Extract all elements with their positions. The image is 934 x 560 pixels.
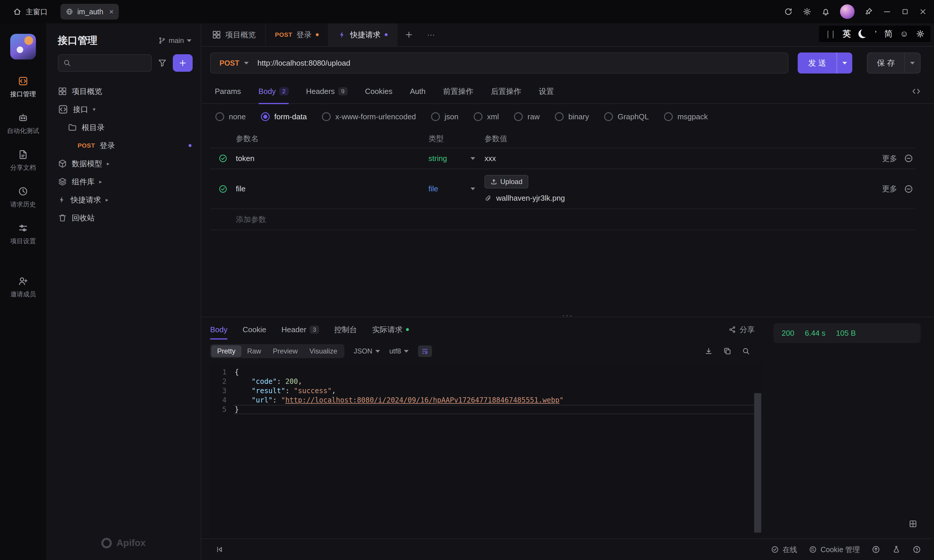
ime-emoji-icon[interactable]: ☺	[900, 29, 908, 38]
share-button[interactable]: 分享	[729, 325, 755, 335]
body-type-msgpack[interactable]: msgpack	[664, 112, 708, 122]
doc-tab-2[interactable]: 快捷请求	[329, 23, 398, 46]
response-body-editor[interactable]: 12345 { "code": 200, "result": "success"…	[210, 363, 762, 538]
resp-tab-Cookie[interactable]: Cookie	[242, 317, 266, 342]
tree-item-3[interactable]: POST登录	[46, 137, 201, 155]
url-input[interactable]: http://localhost:8080/upload	[257, 58, 350, 68]
tree-item-0[interactable]: 项目概览	[46, 82, 201, 100]
format-selector[interactable]: JSON	[354, 347, 380, 355]
add-param-row[interactable]: 添加参数	[210, 209, 916, 230]
save-button[interactable]: 保 存	[867, 52, 920, 74]
window-tab-im-auth[interactable]: im_auth ×	[60, 4, 119, 20]
tree-item-4[interactable]: 数据模型▸	[46, 155, 201, 173]
search-icon[interactable]	[742, 347, 750, 355]
rail-item-2[interactable]: 分享文档	[7, 142, 39, 179]
copy-icon[interactable]	[723, 347, 731, 355]
close-button[interactable]	[919, 8, 927, 16]
body-type-xml[interactable]: xml	[474, 112, 499, 122]
gear-icon[interactable]	[803, 7, 811, 16]
tab-close-icon[interactable]: ×	[109, 7, 114, 16]
param-name[interactable]: token	[236, 154, 428, 163]
resp-tab-Header[interactable]: Header 3	[281, 317, 319, 342]
doc-tab-1[interactable]: POST登录	[266, 23, 329, 46]
filter-icon[interactable]	[156, 58, 168, 68]
tree-item-5[interactable]: 组件库▸	[46, 173, 201, 191]
req-tab-Body[interactable]: Body 2	[259, 79, 289, 103]
req-tab-前置操作[interactable]: 前置操作	[443, 79, 473, 103]
app-logo[interactable]	[10, 34, 36, 60]
resp-tab-实际请求[interactable]: 实际请求	[372, 317, 409, 342]
remove-row-icon[interactable]	[904, 154, 913, 163]
body-type-binary[interactable]: binary	[555, 112, 589, 122]
view-mode-Preview[interactable]: Preview	[267, 345, 304, 357]
upload-button[interactable]: Upload	[484, 175, 528, 188]
resp-tab-Body[interactable]: Body	[210, 317, 227, 342]
help-icon[interactable]	[912, 545, 921, 554]
body-type-json[interactable]: json	[431, 112, 459, 122]
refresh-icon[interactable]	[784, 7, 793, 16]
avatar[interactable]	[840, 5, 855, 19]
more-button[interactable]: 更多	[882, 154, 897, 164]
rail-item-3[interactable]: 请求历史	[7, 179, 39, 216]
param-enabled-checkbox[interactable]	[210, 185, 236, 193]
feedback-icon[interactable]	[892, 545, 901, 554]
branch-selector[interactable]: main	[158, 37, 191, 45]
req-tab-Headers[interactable]: Headers 9	[306, 79, 348, 103]
rail-item-4[interactable]: 项目设置	[7, 216, 39, 252]
view-mode-Pretty[interactable]: Pretty	[211, 345, 241, 357]
param-type-selector[interactable]: file	[428, 184, 484, 193]
method-selector[interactable]: POST	[211, 59, 257, 68]
ime-simplified-toggle[interactable]: 简	[884, 28, 892, 39]
param-name[interactable]: file	[236, 184, 428, 193]
tree-item-6[interactable]: 快捷请求▸	[46, 191, 201, 209]
response-url-link[interactable]: http://localhost:8080/i/2024/09/16/hpAAP…	[285, 396, 559, 404]
body-type-none[interactable]: none	[216, 112, 246, 122]
encoding-selector[interactable]: utf8	[389, 347, 408, 355]
code-view-icon[interactable]	[912, 87, 920, 96]
body-type-x-www-form-urlencoded[interactable]: x-www-form-urlencoded	[322, 112, 416, 122]
param-enabled-checkbox[interactable]	[210, 154, 236, 163]
collapse-sidebar-icon[interactable]	[216, 545, 223, 554]
online-status[interactable]: 在线	[771, 545, 797, 554]
bell-icon[interactable]	[821, 7, 830, 16]
rail-item-5[interactable]: 邀请成员	[7, 269, 39, 306]
req-tab-设置[interactable]: 设置	[539, 79, 554, 103]
remove-row-icon[interactable]	[904, 185, 913, 193]
body-type-GraphQL[interactable]: GraphQL	[604, 112, 649, 122]
search-input[interactable]	[58, 54, 152, 72]
cookie-manager-button[interactable]: Cookie 管理	[809, 545, 860, 554]
body-type-form-data[interactable]: form-data	[261, 112, 307, 122]
upgrade-icon[interactable]	[872, 545, 880, 554]
view-mode-Raw[interactable]: Raw	[241, 345, 267, 357]
view-mode-Visualize[interactable]: Visualize	[304, 345, 343, 357]
req-tab-后置操作[interactable]: 后置操作	[491, 79, 521, 103]
ime-lang-toggle[interactable]: 英	[843, 28, 851, 39]
download-icon[interactable]	[704, 347, 713, 355]
ime-apostrophe[interactable]: ’	[875, 29, 877, 38]
layout-toggle-button[interactable]	[905, 516, 920, 531]
param-value[interactable]: xxx	[484, 154, 496, 163]
scrollbar-thumb[interactable]	[754, 393, 761, 532]
send-button[interactable]: 发 送	[798, 52, 852, 74]
panel-resize-handle[interactable]: ···	[562, 311, 573, 320]
pin-icon[interactable]	[865, 8, 873, 16]
word-wrap-toggle[interactable]	[418, 345, 432, 357]
tree-item-2[interactable]: 根目录	[46, 118, 201, 137]
new-tab-button[interactable]	[398, 23, 420, 46]
param-type-selector[interactable]: string	[428, 154, 484, 163]
req-tab-Auth[interactable]: Auth	[410, 79, 425, 103]
more-button[interactable]: 更多	[882, 184, 897, 194]
ime-grip-icon[interactable]: ❘❘	[825, 29, 835, 38]
resp-tab-控制台[interactable]: 控制台	[334, 317, 357, 342]
tree-item-1[interactable]: 接口▾	[46, 100, 201, 118]
ime-settings-icon[interactable]	[916, 29, 925, 38]
rail-item-0[interactable]: 接口管理	[7, 69, 39, 106]
moon-icon[interactable]	[858, 29, 867, 38]
add-button[interactable]	[173, 54, 193, 72]
req-tab-Cookies[interactable]: Cookies	[365, 79, 393, 103]
main-window-button[interactable]: 主窗口	[8, 0, 52, 23]
body-type-raw[interactable]: raw	[514, 112, 540, 122]
tab-more-button[interactable]: ···	[420, 23, 442, 46]
minimize-button[interactable]	[883, 7, 891, 16]
doc-tab-0[interactable]: 项目概览	[203, 23, 266, 46]
